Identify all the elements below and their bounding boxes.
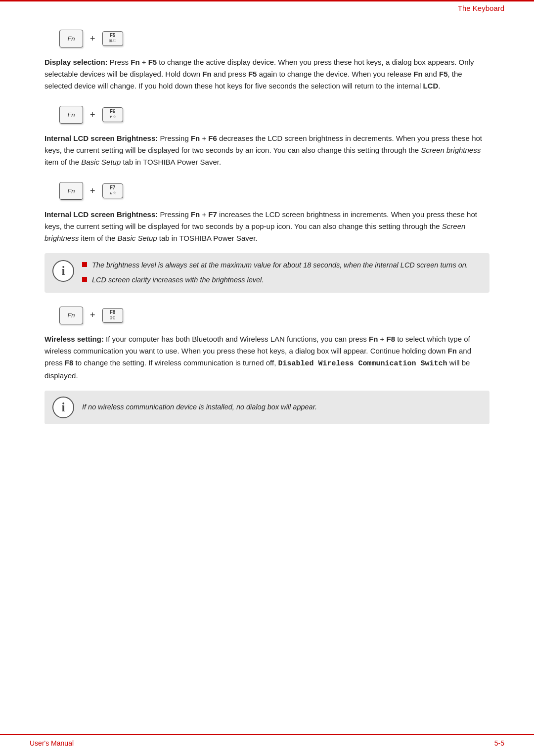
wireless-setting-para: Wireless setting: If your computer has b… <box>44 333 490 382</box>
plus-3: + <box>90 186 95 196</box>
info-item-2: LCD screen clarity increases with the br… <box>82 275 482 286</box>
fn-key-3: Fn <box>59 182 83 200</box>
f7-key: F7 ▲☆ <box>102 183 123 198</box>
info-icon-2: i <box>52 397 74 418</box>
plus-4: + <box>90 310 95 320</box>
main-content: Fn + F5 ⊞/□ Display selection: Press Fn … <box>44 30 490 424</box>
page-footer: User's Manual 5-5 <box>0 734 534 747</box>
f5-key: F5 ⊞/□ <box>102 31 123 46</box>
header-title: The Keyboard <box>458 4 504 12</box>
page-header: The Keyboard <box>458 4 504 12</box>
fn-key-4: Fn <box>59 307 83 324</box>
info-text-1: The brightness level is always set at th… <box>92 260 468 271</box>
footer-right-label: 5-5 <box>494 739 504 747</box>
info-box-brightness: i The brightness level is always set at … <box>44 253 490 293</box>
info-text-wireless: If no wireless communication device is i… <box>82 402 317 413</box>
key-combo-f6: Fn + F6 ▼☆ <box>59 106 490 124</box>
brightness-increase-para: Internal LCD screen Brightness: Pressing… <box>44 209 490 244</box>
fn-key-1: Fn <box>59 30 83 47</box>
brightness-decrease-para: Internal LCD screen Brightness: Pressing… <box>44 133 490 168</box>
f6-key: F6 ▼☆ <box>102 107 123 122</box>
info-content-1: The brightness level is always set at th… <box>82 260 482 286</box>
key-combo-f8: Fn + F8 ((·)) <box>59 307 490 324</box>
key-combo-f7: Fn + F7 ▲☆ <box>59 182 490 200</box>
info-icon-1: i <box>52 260 74 282</box>
info-box-wireless: i If no wireless communication device is… <box>44 391 490 424</box>
top-border <box>0 0 534 1</box>
footer-left-label: User's Manual <box>30 739 74 747</box>
plus-2: + <box>90 110 95 120</box>
info-item-1: The brightness level is always set at th… <box>82 260 482 271</box>
f8-key: F8 ((·)) <box>102 308 123 323</box>
display-selection-para: Display selection: Press Fn + F5 to chan… <box>44 56 490 92</box>
fn-key-2: Fn <box>59 106 83 124</box>
bullet-1 <box>82 262 87 267</box>
info-text-2: LCD screen clarity increases with the br… <box>92 275 264 286</box>
bullet-2 <box>82 277 87 282</box>
key-combo-f5: Fn + F5 ⊞/□ <box>59 30 490 47</box>
plus-1: + <box>90 34 95 44</box>
